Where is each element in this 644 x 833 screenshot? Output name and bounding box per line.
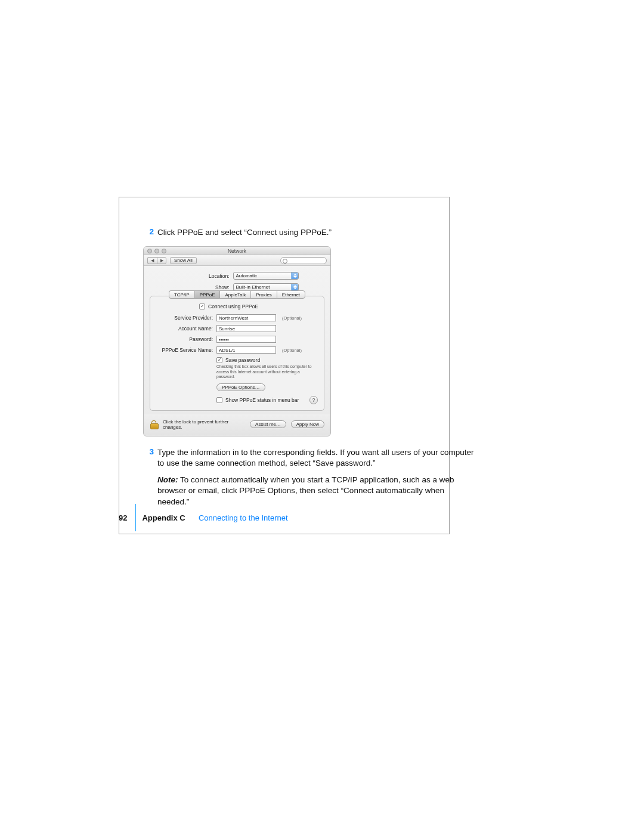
search-input[interactable] [280, 257, 327, 264]
footer-separator [135, 504, 136, 531]
lock-icon[interactable] [150, 420, 158, 429]
service-provider-row: Service Provider: NorthernWest (Optional… [156, 314, 318, 321]
window-titlebar: Network [144, 247, 330, 255]
footer-text: Appendix C Connecting to the Internet [142, 512, 287, 523]
step-2: 2 Click PPPoE and select “Connect using … [143, 227, 474, 238]
show-label: Show: [176, 284, 230, 290]
pppoe-service-name-label: PPPoE Service Name: [156, 347, 213, 353]
save-password-label: Save password [225, 357, 260, 363]
tab-ethernet[interactable]: Ethernet [277, 290, 305, 299]
optional-label: (Optional) [282, 348, 302, 353]
nav-buttons[interactable]: ◀ ▶ [147, 257, 166, 264]
network-prefpane-screenshot: Network ◀ ▶ Show All Location: Automatic… [143, 246, 331, 436]
save-password-hint: Checking this box allows all users of th… [216, 364, 318, 379]
tab-proxies[interactable]: Proxies [250, 290, 277, 299]
show-value: Built-in Ethernet [236, 284, 270, 290]
pppoe-options-row: PPPoE Options… [216, 383, 318, 391]
tab-tcpip[interactable]: TCP/IP [169, 290, 194, 299]
step-number: 2 [143, 227, 154, 236]
pppoe-service-name-input[interactable]: ADSL/1 [216, 346, 276, 354]
service-provider-input[interactable]: NorthernWest [216, 314, 276, 321]
show-all-button[interactable]: Show All [170, 257, 197, 264]
connect-using-pppoe-label: Connect using PPPoE [208, 304, 258, 309]
dropdown-cap-icon [291, 284, 298, 290]
forward-button[interactable]: ▶ [157, 257, 166, 264]
note-body: To connect automatically when you start … [157, 475, 454, 506]
traffic-lights [147, 249, 166, 253]
show-status-row: Show PPPoE status in menu bar ? [216, 396, 318, 404]
step-number: 3 [143, 447, 154, 456]
tab-pppoe[interactable]: PPPoE [194, 290, 220, 299]
password-label: Password: [156, 336, 213, 342]
search-field-wrap [280, 257, 327, 264]
account-name-input[interactable]: Sunrise [216, 325, 276, 332]
settings-body: Location: Automatic Show: Built-in Ether… [144, 266, 330, 414]
pppoe-service-name-row: PPPoE Service Name: ADSL/1 (Optional) [156, 346, 318, 354]
show-status-checkbox[interactable] [216, 397, 222, 403]
show-status-label: Show PPPoE status in menu bar [225, 397, 299, 403]
save-password-row: Save password [216, 357, 318, 363]
tab-appletalk[interactable]: AppleTalk [219, 290, 250, 299]
step-text: Click PPPoE and select “Connect using PP… [157, 227, 332, 238]
appendix-label: Appendix C [142, 513, 185, 522]
pppoe-options-button[interactable]: PPPoE Options… [216, 383, 265, 391]
save-password-checkbox[interactable] [216, 357, 222, 363]
location-select[interactable]: Automatic [233, 272, 299, 280]
connect-using-pppoe-row: Connect using PPPoE [199, 304, 318, 309]
optional-label: (Optional) [282, 315, 302, 321]
dropdown-cap-icon [291, 272, 298, 279]
note-label: Note: [157, 475, 178, 484]
account-name-row: Account Name: Sunrise [156, 325, 318, 332]
apply-now-button[interactable]: Apply Now [291, 420, 324, 428]
password-row: Password: •••••• [156, 336, 318, 343]
step-text: Type the information in to the correspon… [157, 447, 474, 469]
connect-using-pppoe-checkbox[interactable] [199, 304, 205, 309]
page-number: 92 [119, 513, 127, 522]
location-label: Location: [176, 273, 230, 279]
window-title: Network [228, 248, 246, 254]
page-footer: 92 Appendix C Connecting to the Internet [119, 502, 405, 533]
tab-panel: TCP/IP PPPoE AppleTalk Proxies Ethernet … [150, 296, 324, 410]
window-footer: Click the lock to prevent further change… [144, 414, 330, 436]
page-content: 2 Click PPPoE and select “Connect using … [143, 227, 474, 513]
back-button[interactable]: ◀ [147, 257, 157, 264]
step-3: 3 Type the information in to the corresp… [143, 447, 474, 469]
location-row: Location: Automatic [150, 272, 324, 280]
location-value: Automatic [236, 273, 258, 278]
account-name-label: Account Name: [156, 326, 213, 332]
lock-text: Click the lock to prevent further change… [163, 419, 245, 430]
assist-me-button[interactable]: Assist me… [250, 420, 286, 428]
service-provider-label: Service Provider: [156, 315, 213, 321]
help-button[interactable]: ? [309, 396, 318, 404]
tab-bar: TCP/IP PPPoE AppleTalk Proxies Ethernet [156, 290, 318, 299]
password-input[interactable]: •••••• [216, 336, 276, 343]
appendix-title: Connecting to the Internet [199, 513, 288, 522]
toolbar: ◀ ▶ Show All [144, 255, 330, 266]
footer-buttons: Assist me… Apply Now [250, 420, 324, 428]
